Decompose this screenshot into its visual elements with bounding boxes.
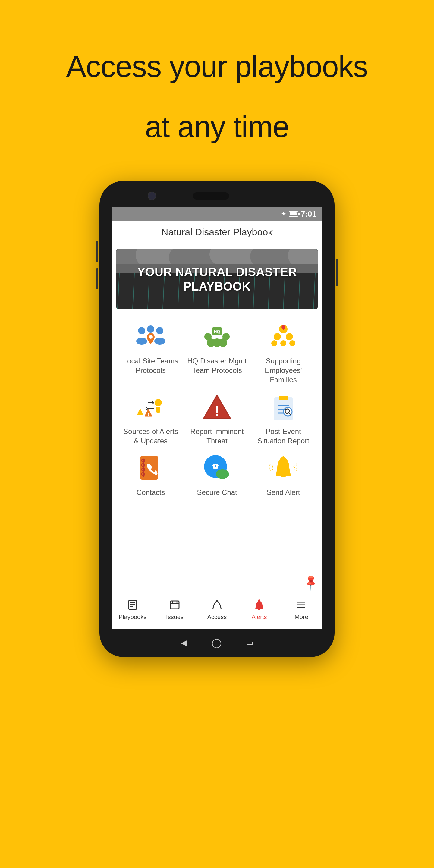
phone-power <box>336 259 338 286</box>
nav-item-more[interactable]: More <box>285 599 318 621</box>
grid-item-family[interactable]: Supporting Employees' Families <box>253 320 313 384</box>
grid-item-hq[interactable]: HQ HQ Disaster Mgmt Team Protocols <box>187 320 247 384</box>
nav-issues-label: Issues <box>166 614 184 621</box>
svg-point-38 <box>271 340 277 346</box>
svg-point-66 <box>215 465 216 467</box>
svg-point-24 <box>156 327 163 334</box>
nav-item-playbooks[interactable]: Playbooks <box>116 599 149 621</box>
grid-row-2: ! ! Sources of Alerts & U <box>112 388 322 448</box>
send-alert-label: Send Alert <box>267 488 300 497</box>
grid-item-report[interactable]: Post-Event Situation Report <box>253 391 313 445</box>
hq-label: HQ Disaster Mgmt Team Protocols <box>187 356 247 375</box>
access-icon <box>211 599 223 612</box>
app-header: Natural Disaster Playbook <box>112 221 322 244</box>
svg-text:HQ: HQ <box>214 329 220 334</box>
grid-row-1: Local Site Teams Protocols <box>112 317 322 388</box>
svg-point-37 <box>286 333 293 340</box>
report-label: Post-Event Situation Report <box>253 427 313 445</box>
home-button[interactable]: ◯ <box>212 638 222 648</box>
more-icon <box>296 599 307 612</box>
send-alert-icon <box>267 452 300 485</box>
hero-heading: Access your playbooks at any time <box>66 24 368 145</box>
sources-label: Sources of Alerts & Updates <box>121 427 181 445</box>
back-button[interactable]: ◀ <box>181 638 187 648</box>
battery-icon <box>289 211 299 217</box>
threat-label: Report Imminent Threat <box>187 427 247 445</box>
phone-shell: ✦ 7:01 Natural Disaster Playbook <box>99 181 335 657</box>
nav-more-label: More <box>294 614 308 621</box>
svg-text:!: ! <box>174 604 176 609</box>
local-site-icon <box>134 320 167 353</box>
android-nav: ◀ ◯ ▭ <box>157 638 277 648</box>
svg-point-45 <box>155 399 162 406</box>
chat-label: Secure Chat <box>197 488 237 497</box>
sources-icon: ! ! <box>134 391 167 424</box>
contacts-label: Contacts <box>136 488 165 497</box>
chat-icon <box>200 452 234 485</box>
app-title: Natural Disaster Playbook <box>161 227 273 238</box>
nav-item-issues[interactable]: ! Issues <box>158 599 191 621</box>
nav-item-access[interactable]: Access <box>200 599 234 621</box>
nav-playbooks-label: Playbooks <box>119 614 147 621</box>
nav-item-alerts[interactable]: Alerts <box>243 599 276 621</box>
svg-point-32 <box>222 333 230 340</box>
bluetooth-icon: ✦ <box>281 210 286 218</box>
phone-camera <box>148 192 156 200</box>
grid-row-3: Contacts <box>112 448 322 500</box>
hq-icon: HQ <box>200 320 234 353</box>
svg-point-27 <box>149 335 153 339</box>
family-icon <box>267 320 300 353</box>
svg-point-22 <box>138 327 145 334</box>
playbooks-icon <box>127 599 138 612</box>
issues-icon: ! <box>169 599 181 612</box>
svg-rect-83 <box>258 609 260 610</box>
grid-item-contacts[interactable]: Contacts <box>121 452 181 497</box>
phone-speaker <box>193 192 229 199</box>
family-label: Supporting Employees' Families <box>253 356 313 384</box>
svg-text:!: ! <box>140 411 141 415</box>
svg-point-39 <box>280 340 286 346</box>
local-site-label: Local Site Teams Protocols <box>121 356 181 375</box>
grid-item-threat[interactable]: ! Report Imminent Threat <box>187 391 247 445</box>
svg-point-26 <box>154 338 165 345</box>
alerts-nav-icon <box>253 599 265 612</box>
grid-item-local-site[interactable]: Local Site Teams Protocols <box>121 320 181 384</box>
phone-vol-down <box>96 268 98 289</box>
playbook-grid: Local Site Teams Protocols <box>112 314 322 575</box>
svg-point-36 <box>274 333 281 340</box>
svg-rect-46 <box>156 407 160 412</box>
phone-screen: ✦ 7:01 Natural Disaster Playbook <box>112 207 322 629</box>
nav-access-label: Access <box>207 614 227 621</box>
hero-banner[interactable]: YOUR NATURAL DISASTER PLAYBOOK <box>116 249 318 309</box>
nav-alerts-label: Alerts <box>251 614 267 621</box>
bottom-navigation: Playbooks ! Issues <box>112 590 322 629</box>
phone-device: ✦ 7:01 Natural Disaster Playbook <box>99 181 335 657</box>
report-icon <box>267 391 300 424</box>
recents-button[interactable]: ▭ <box>246 638 253 647</box>
status-bar: ✦ 7:01 <box>112 207 322 221</box>
svg-text:!: ! <box>148 412 149 416</box>
svg-text:!: ! <box>215 403 219 418</box>
grid-item-chat[interactable]: Secure Chat <box>187 452 247 497</box>
phone-vol-up <box>96 241 98 262</box>
svg-point-84 <box>258 599 260 601</box>
svg-line-81 <box>213 605 214 610</box>
svg-line-79 <box>214 600 217 605</box>
svg-line-80 <box>217 600 220 605</box>
attachment-icon: 📌 <box>302 573 320 592</box>
svg-point-40 <box>289 340 296 346</box>
status-icons: ✦ 7:01 <box>281 210 316 219</box>
svg-line-82 <box>220 605 221 610</box>
svg-point-23 <box>147 326 154 333</box>
svg-rect-51 <box>279 396 288 400</box>
grid-item-send-alert[interactable]: Send Alert <box>253 452 313 497</box>
hero-title2: at any time <box>66 108 368 145</box>
status-time: 7:01 <box>301 210 316 219</box>
svg-rect-69 <box>281 475 286 477</box>
fab-area: 📌 <box>112 575 322 590</box>
svg-point-67 <box>216 469 229 479</box>
grid-item-sources[interactable]: ! ! Sources of Alerts & U <box>121 391 181 445</box>
banner-title: YOUR NATURAL DISASTER PLAYBOOK <box>116 265 318 293</box>
hero-title: Access your playbooks <box>66 48 368 84</box>
svg-point-30 <box>213 338 221 347</box>
